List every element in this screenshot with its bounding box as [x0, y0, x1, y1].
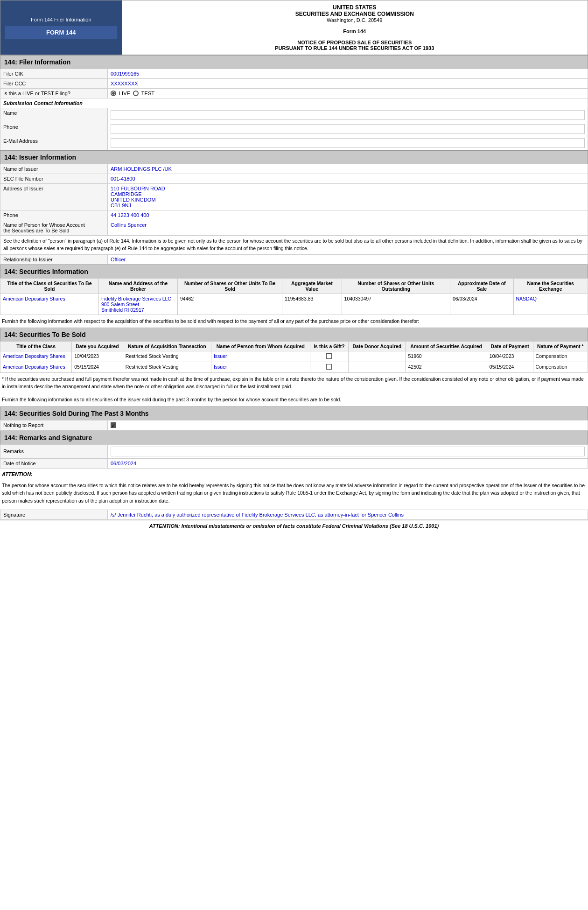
sec-class-value: American Depositary Shares [0, 294, 99, 315]
furnish-text1: Furnish the following information with r… [0, 315, 588, 328]
sold-row2-date-payment: 05/15/2024 [487, 362, 533, 373]
cik-value: 0001999165 [108, 69, 588, 79]
header-right-panel: UNITED STATES SECURITIES AND EXCHANGE CO… [122, 0, 588, 55]
sold-row2-from-whom: Issuer [211, 362, 310, 373]
sec-broker-value: Fidelity Brokerage Services LLC 900 Sale… [98, 294, 177, 315]
contact-name-input[interactable] [108, 108, 588, 122]
sold-col4-header: Name of Person from Whom Acquired [211, 342, 310, 351]
sec-info-data-row: American Depositary Shares Fidelity Brok… [0, 294, 588, 315]
sold-row1-nature: Restricted Stock Vesting [123, 351, 211, 362]
nothing-report-checkbox-cell: ✓ [108, 420, 588, 430]
sec-col5-header: Number of Shares or Other Units Outstand… [342, 278, 450, 294]
sold-row2-nature-payment: Compensation [533, 362, 588, 373]
sold-col6-header: Date Donor Acquired [349, 342, 406, 351]
nothing-report-checkbox[interactable]: ✓ [111, 422, 116, 428]
nothing-report-row: Nothing to Report ✓ [0, 420, 588, 430]
sold-row2-amount: 42502 [406, 362, 487, 373]
sold-col8-header: Date of Payment [487, 342, 533, 351]
sold-row1-date-acquired: 10/04/2023 [72, 351, 123, 362]
sold-row2: American Depositary Shares 05/15/2024 Re… [0, 362, 588, 373]
issuer-name-label: Name of Issuer [0, 164, 108, 174]
sold-row1-nature-payment: Compensation [533, 351, 588, 362]
issuer-name-row: Name of Issuer ARM HOLDINGS PLC /UK [0, 164, 588, 174]
furnish-text2: Furnish the following information as to … [0, 393, 588, 406]
cik-label: Filer CIK [0, 69, 108, 79]
contact-phone-row: Phone [0, 122, 588, 136]
agency-line3: Washington, D.C. 20549 [126, 17, 584, 23]
sec-units-value: 94462 [177, 294, 282, 315]
signature-label: Signature [0, 510, 108, 519]
sec-exchange-value: NASDAQ [513, 294, 588, 315]
test-radio[interactable] [133, 91, 139, 96]
sold-row2-is-gift [310, 362, 348, 373]
sold-col2-header: Date you Acquired [72, 342, 123, 351]
sec-file-label: SEC File Number [0, 174, 108, 184]
remarks-text-input[interactable] [111, 447, 585, 456]
contact-phone-label: Phone [0, 122, 108, 136]
name-text-input[interactable] [111, 110, 585, 120]
to-be-sold-header: 144: Securities To Be Sold [0, 328, 588, 341]
date-notice-value: 06/03/2024 [108, 458, 588, 468]
sold-row1-donor-acquired [349, 351, 406, 362]
issuer-address-row: Address of Issuer 110 FULBOURN ROAD CAMB… [0, 184, 588, 210]
contact-email-row: E-Mail Address [0, 136, 588, 150]
contact-phone-input[interactable] [108, 122, 588, 136]
person-name-label: Name of Person for Whose Account the Sec… [0, 220, 108, 236]
contact-header: Submission Contact Information [0, 98, 588, 108]
sec-market-value: 11954683.83 [282, 294, 342, 315]
contact-email-label: E-Mail Address [0, 136, 108, 150]
sec-col6-header: Approximate Date of Sale [450, 278, 513, 294]
header-left-panel: Form 144 Filer Information FORM 144 [0, 0, 122, 55]
issuer-section-header: 144: Issuer Information [0, 150, 588, 164]
sold-row2-nature: Restricted Stock Vesting [123, 362, 211, 373]
sec-col1-header: Title of the Class of Securities To Be S… [0, 278, 99, 294]
issuer-address-label: Address of Issuer [0, 184, 108, 210]
issuer-phone-label: Phone [0, 210, 108, 220]
person-name-value: Collins Spencer [108, 220, 588, 236]
live-test-row: Is this a LIVE or TEST Filing? LIVE TEST [0, 89, 588, 98]
form144-badge: FORM 144 [5, 26, 117, 39]
contact-name-label: Name [0, 108, 108, 122]
sec-col3-header: Number of Shares or Other Units To Be So… [177, 278, 282, 294]
contact-name-row: Name [0, 108, 588, 122]
relationship-label: Relationship to Issuer [0, 254, 108, 264]
sold-row2-date-acquired: 05/15/2024 [72, 362, 123, 373]
sec-date-value: 06/03/2024 [450, 294, 513, 315]
filer-section-header: 144: Filer Information [0, 55, 588, 69]
sold-row1-is-gift [310, 351, 348, 362]
issuer-phone-value: 44 1223 400 400 [108, 210, 588, 220]
sold-col9-header: Nature of Payment * [533, 342, 588, 351]
notice-title: NOTICE OF PROPOSED SALE OF SECURITIES [126, 40, 584, 45]
remarks-label: Remarks [0, 444, 108, 458]
sold-row2-class: American Depositary Shares [0, 362, 72, 373]
live-radio[interactable] [111, 91, 116, 96]
issuer-name-value: ARM HOLDINGS PLC /UK [108, 164, 588, 174]
person-name-row: Name of Person for Whose Account the Sec… [0, 220, 588, 236]
remarks-section-header: 144: Remarks and Signature [0, 431, 588, 444]
signature-row: Signature /s/ Jennifer Ruchti, as a duly… [0, 510, 588, 519]
sold-col1-header: Title of the Class [0, 342, 72, 351]
sold-row1-date-payment: 10/04/2023 [487, 351, 533, 362]
sold-header-row: Title of the Class Date you Acquired Nat… [0, 342, 588, 351]
signature-value: /s/ Jennifer Ruchti, as a duly authorize… [108, 510, 588, 519]
sec-col7-header: Name the Securities Exchange [513, 278, 588, 294]
date-notice-label: Date of Notice [0, 458, 108, 468]
sold-row2-donor-acquired [349, 362, 406, 373]
contact-email-input[interactable] [108, 136, 588, 150]
phone-text-input[interactable] [111, 124, 585, 134]
issuer-info-row: See the definition of "person" in paragr… [0, 236, 588, 255]
filer-info-label: Form 144 Filer Information [31, 17, 91, 22]
issuer-info-text: See the definition of "person" in paragr… [0, 236, 588, 255]
nothing-report-label: Nothing to Report [0, 420, 108, 430]
live-test-label: Is this a LIVE or TEST Filing? [0, 89, 108, 98]
attention-bold-text: ATTENTION: [0, 469, 588, 480]
agency-line2: SECURITIES AND EXCHANGE COMMISSION [126, 11, 584, 17]
filer-cik-row: Filer CIK 0001999165 [0, 69, 588, 79]
attention-body-text: The person for whose account the securit… [0, 480, 588, 507]
form-title: Form 144 [126, 28, 584, 34]
email-text-input[interactable] [111, 138, 585, 148]
relationship-value: Officer [108, 254, 588, 264]
contact-header-row: Submission Contact Information [0, 98, 588, 108]
relationship-row: Relationship to Issuer Officer [0, 254, 588, 264]
remarks-input[interactable] [108, 444, 588, 458]
